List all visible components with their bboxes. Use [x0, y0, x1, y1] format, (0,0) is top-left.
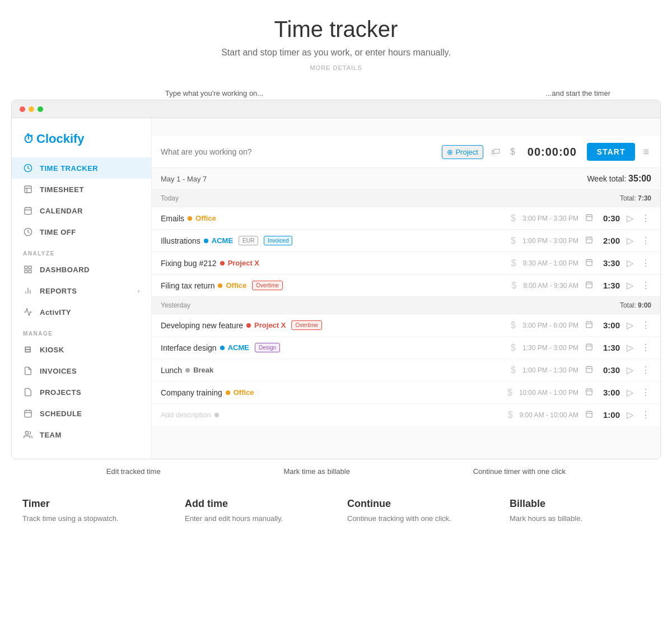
activity-icon — [23, 307, 33, 317]
edit-time-button[interactable] — [583, 236, 595, 245]
continue-button[interactable]: ▷ — [624, 320, 636, 331]
week-bar: May 1 - May 7 Week total: 35:00 — [152, 168, 660, 189]
yesterday-group: Yesterday Total: 9:00 Developing new fea… — [152, 296, 660, 426]
yesterday-header: Yesterday Total: 9:00 — [152, 296, 660, 314]
maximize-button[interactable] — [38, 106, 43, 112]
more-options-button[interactable]: ⋮ — [640, 387, 651, 398]
sidebar-item-activity[interactable]: ActivITY — [12, 301, 151, 323]
more-options-button[interactable]: ⋮ — [640, 235, 651, 246]
continue-button[interactable]: ▷ — [624, 342, 636, 353]
billable-icon[interactable]: $ — [508, 236, 518, 246]
sidebar-item-team[interactable]: TEAM — [12, 424, 151, 445]
more-options-button[interactable]: ⋮ — [640, 342, 651, 353]
entry-description: Developing new feature Project X Overtim… — [161, 320, 504, 330]
svg-rect-29 — [586, 259, 592, 266]
sidebar-item-kiosk[interactable]: ⊟ KIOSK — [12, 339, 151, 360]
svg-rect-45 — [586, 366, 592, 373]
sidebar-item-invoices[interactable]: INVOICES — [12, 360, 151, 381]
entry-description: Emails Office — [161, 214, 504, 223]
feature-title: Add time — [185, 498, 325, 510]
feature-title: Billable — [510, 498, 650, 510]
more-options-button[interactable]: ⋮ — [640, 409, 651, 420]
reports-arrow: › — [138, 287, 140, 294]
billable-icon[interactable]: $ — [509, 258, 519, 268]
time-range: 1:00 PM - 1:30 PM — [522, 366, 578, 374]
feature-add-time: Add time Enter and edit hours manually. — [185, 498, 325, 524]
continue-button[interactable]: ▷ — [624, 409, 636, 420]
edit-time-button[interactable] — [583, 281, 595, 290]
timer-mode-button[interactable]: ≡ — [641, 146, 651, 158]
billable-icon[interactable]: $ — [508, 365, 518, 375]
window-titlebar — [12, 100, 660, 118]
entry-duration: 2:00 — [600, 236, 620, 245]
billable-icon[interactable]: $ — [505, 388, 515, 398]
project-name: ACME — [228, 343, 249, 352]
entry-duration: 1:30 — [600, 343, 620, 352]
svg-rect-41 — [586, 344, 592, 350]
more-options-button[interactable]: ⋮ — [640, 320, 651, 331]
table-row: Developing new feature Project X Overtim… — [152, 314, 660, 337]
timer-description-input[interactable] — [161, 147, 436, 156]
sidebar-item-label: KIOSK — [40, 346, 64, 354]
edit-time-button[interactable] — [583, 365, 595, 375]
annotation-type-label: Type what you're working on... — [165, 89, 263, 97]
week-total: Week total: 35:00 — [587, 174, 651, 184]
time-range: 9:30 AM - 1:00 PM — [523, 259, 578, 267]
project-dot — [226, 390, 230, 395]
continue-button[interactable]: ▷ — [624, 235, 636, 246]
sidebar-item-time-tracker[interactable]: TIME TRACKER — [12, 157, 151, 179]
more-options-button[interactable]: ⋮ — [640, 258, 651, 268]
edit-time-button[interactable] — [583, 213, 595, 223]
continue-button[interactable]: ▷ — [624, 387, 636, 398]
sidebar-item-timesheet[interactable]: TIMESHEET — [12, 179, 151, 200]
minimize-button[interactable] — [29, 106, 34, 112]
svg-rect-16 — [25, 411, 31, 417]
time-range: 10:00 AM - 1:00 PM — [519, 389, 578, 397]
more-details-link[interactable]: MORE DETAILS — [310, 64, 362, 71]
add-project-button[interactable]: ⊕ Project — [442, 145, 483, 159]
edit-time-button[interactable] — [583, 410, 595, 420]
sidebar-item-label: TEAM — [40, 431, 62, 439]
edit-time-button[interactable] — [583, 388, 595, 397]
billable-icon[interactable]: $ — [508, 343, 518, 353]
clock-icon — [23, 163, 33, 173]
sidebar-item-label: INVOICES — [40, 367, 77, 375]
reports-icon — [23, 286, 33, 296]
continue-button[interactable]: ▷ — [624, 280, 636, 291]
table-row: Illustrations ACME EUR Invoiced $ 1:00 P… — [152, 230, 660, 252]
week-range: May 1 - May 7 — [161, 175, 207, 183]
continue-button[interactable]: ▷ — [624, 365, 636, 375]
sidebar-item-time-off[interactable]: TIME OFF — [12, 221, 151, 243]
table-row: Add description $ 9:00 AM - 10:00 AM 1:0… — [152, 404, 660, 426]
sidebar-item-label: ActivITY — [40, 308, 71, 316]
edit-time-button[interactable] — [583, 320, 595, 330]
continue-button[interactable]: ▷ — [624, 258, 636, 268]
more-options-button[interactable]: ⋮ — [640, 280, 651, 291]
billable-icon[interactable]: $ — [508, 213, 518, 224]
sidebar-item-schedule[interactable]: SCHEDULE — [12, 403, 151, 424]
tag-button[interactable]: 🏷 — [489, 147, 502, 157]
svg-rect-33 — [586, 282, 592, 287]
feature-desc: Enter and edit hours manually. — [185, 513, 325, 524]
more-options-button[interactable]: ⋮ — [640, 365, 651, 375]
billable-icon[interactable]: $ — [508, 320, 518, 331]
sidebar-item-reports[interactable]: REPORTS › — [12, 280, 151, 301]
billable-button[interactable]: $ — [508, 147, 517, 157]
sidebar-item-projects[interactable]: PROJECTS — [12, 381, 151, 403]
more-options-button[interactable]: ⋮ — [640, 213, 651, 224]
tag-overtime: Overtime — [291, 320, 322, 330]
sidebar-item-calendar[interactable]: CALENDAR — [12, 200, 151, 221]
close-button[interactable] — [20, 106, 25, 112]
start-button[interactable]: START — [587, 143, 636, 161]
analyze-section-label: ANALYZE — [12, 243, 151, 259]
project-name: Office — [234, 388, 254, 397]
sidebar-item-label: SCHEDULE — [40, 409, 82, 418]
billable-icon[interactable]: $ — [506, 410, 515, 420]
continue-button[interactable]: ▷ — [624, 213, 636, 224]
edit-time-button[interactable] — [583, 343, 595, 352]
sidebar-item-dashboard[interactable]: DASHBOARD — [12, 259, 151, 280]
project-dot — [185, 368, 190, 373]
project-dot — [220, 346, 225, 350]
billable-icon[interactable]: $ — [509, 281, 519, 291]
edit-time-button[interactable] — [583, 258, 595, 268]
